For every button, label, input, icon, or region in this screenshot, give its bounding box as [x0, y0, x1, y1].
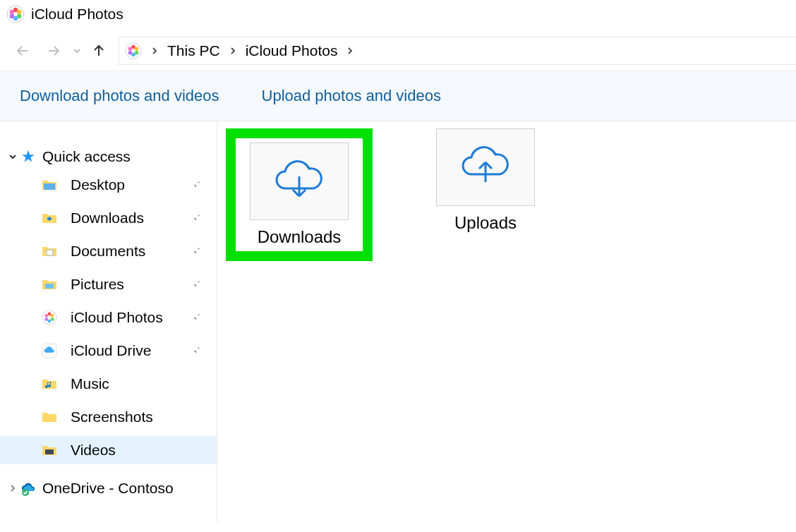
quick-access-node[interactable]: Quick access — [0, 143, 217, 171]
svg-point-12 — [128, 51, 133, 55]
breadcrumb-icloud-photos[interactable]: iCloud Photos — [244, 42, 339, 59]
svg-point-6 — [10, 10, 14, 14]
pin-icon — [190, 210, 201, 226]
sidebar-item-downloads[interactable]: Downloads — [0, 204, 217, 232]
folder-icon — [41, 276, 58, 293]
sidebar-item-pictures[interactable]: Pictures — [0, 270, 217, 298]
pin-icon — [190, 309, 201, 326]
chevron-right-icon[interactable] — [6, 483, 20, 493]
download-action[interactable]: Download photos and videos — [20, 87, 219, 105]
pin-icon — [190, 243, 201, 260]
window-title: iCloud Photos — [31, 6, 123, 23]
icloud-photos-icon — [123, 41, 143, 61]
sidebar-item-documents[interactable]: Documents — [0, 237, 217, 265]
sidebar-item-label: Pictures — [71, 276, 124, 293]
file-list-pane[interactable]: Downloads Uploads — [217, 121, 796, 522]
chevron-right-icon[interactable] — [344, 47, 356, 55]
quick-access-star-icon — [20, 148, 37, 165]
pin-icon — [190, 276, 201, 293]
onedrive-icon — [20, 480, 37, 497]
sidebar-item-screenshots[interactable]: Screenshots — [0, 403, 217, 431]
svg-point-5 — [10, 14, 14, 18]
sidebar-item-label: Videos — [71, 442, 116, 459]
svg-point-9 — [135, 47, 139, 51]
sidebar-item-label: Music — [71, 375, 109, 392]
breadcrumb-this-pc[interactable]: This PC — [166, 42, 222, 59]
folder-label: Downloads — [258, 227, 342, 251]
title-bar: iCloud Photos — [0, 0, 796, 31]
chevron-down-icon[interactable] — [6, 152, 20, 162]
svg-rect-16 — [45, 284, 54, 289]
svg-point-8 — [131, 45, 135, 49]
svg-rect-14 — [44, 183, 55, 190]
pin-icon — [190, 176, 201, 193]
sidebar-item-label: Documents — [71, 243, 145, 260]
nav-up-button[interactable] — [86, 37, 111, 65]
sidebar-item-desktop[interactable]: Desktop — [0, 171, 217, 199]
svg-rect-25 — [45, 449, 54, 454]
svg-point-20 — [51, 318, 54, 321]
folder-icon — [41, 409, 58, 425]
folder-label: Uploads — [454, 213, 517, 233]
folder-uploads[interactable]: Uploads — [436, 128, 535, 233]
sidebar-item-icloud-photos[interactable]: iCloud Photos — [0, 303, 217, 332]
chevron-right-icon[interactable] — [227, 47, 239, 55]
folder-icon — [41, 210, 58, 226]
svg-point-10 — [135, 51, 139, 55]
folder-icon — [41, 176, 58, 193]
sidebar-item-label: iCloud Photos — [71, 309, 163, 326]
upload-action[interactable]: Upload photos and videos — [262, 87, 441, 105]
nav-forward-button[interactable] — [40, 37, 68, 65]
chevron-right-icon[interactable] — [149, 47, 160, 55]
svg-point-21 — [48, 320, 52, 323]
navigation-bar: This PC iCloud Photos — [0, 31, 796, 71]
sidebar-item-videos[interactable]: Videos — [0, 436, 217, 464]
svg-rect-15 — [47, 250, 53, 255]
folder-icon — [41, 442, 58, 459]
svg-point-13 — [128, 47, 133, 51]
svg-point-22 — [44, 318, 48, 321]
cloud-download-icon — [250, 143, 349, 220]
sidebar-item-label: Desktop — [71, 176, 125, 193]
onedrive-node[interactable]: OneDrive - Contoso — [0, 474, 217, 502]
svg-point-18 — [48, 313, 52, 316]
quick-access-label: Quick access — [42, 148, 131, 165]
icloud-drive-icon — [41, 342, 58, 359]
sidebar-item-label: Downloads — [71, 210, 144, 226]
icloud-photos-icon — [6, 4, 25, 24]
svg-point-19 — [51, 314, 54, 318]
navigation-pane: Quick access Desktop Downloads — [0, 121, 217, 522]
sidebar-item-label: iCloud Drive — [71, 342, 151, 359]
svg-point-2 — [17, 10, 21, 14]
nav-history-dropdown[interactable] — [71, 47, 83, 55]
folder-downloads[interactable]: Downloads — [226, 128, 373, 261]
icloud-photos-icon — [41, 309, 58, 326]
sidebar-item-music[interactable]: Music — [0, 370, 217, 398]
explorer-body: Quick access Desktop Downloads — [0, 121, 796, 522]
pin-icon — [190, 342, 201, 359]
svg-point-11 — [131, 53, 135, 57]
sidebar-item-icloud-drive[interactable]: iCloud Drive — [0, 337, 217, 365]
command-bar: Download photos and videos Upload photos… — [0, 71, 796, 121]
folder-icon — [41, 375, 58, 392]
sidebar-item-label: Screenshots — [71, 409, 153, 425]
onedrive-label: OneDrive - Contoso — [42, 480, 174, 497]
address-bar[interactable]: This PC iCloud Photos — [119, 37, 796, 65]
nav-back-button[interactable] — [8, 37, 37, 65]
cloud-upload-icon — [436, 128, 535, 206]
svg-point-23 — [44, 314, 48, 318]
folder-icon — [41, 243, 58, 260]
